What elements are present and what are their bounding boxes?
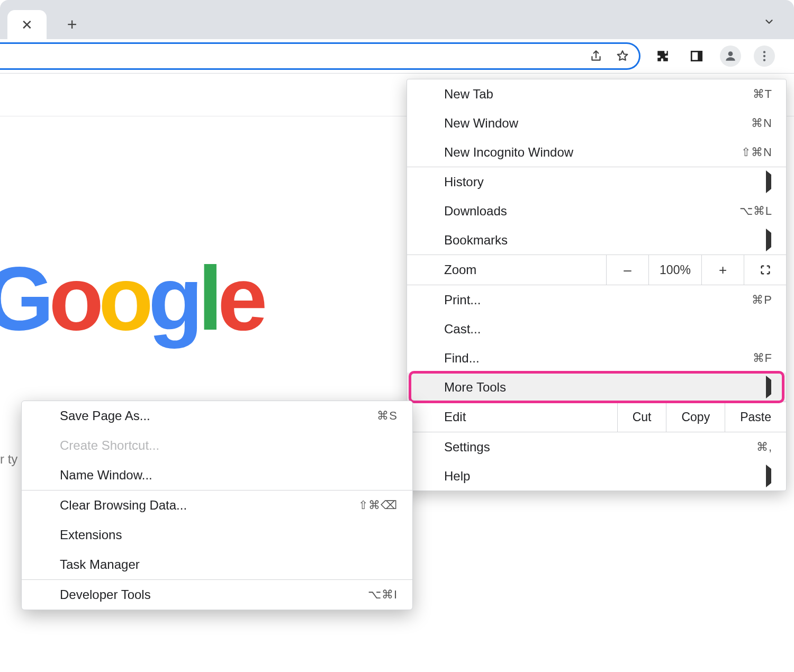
submenu-item-name-window[interactable]: Name Window...: [22, 460, 412, 490]
menu-label: New Incognito Window: [444, 145, 741, 160]
tab-strip: ✕ +: [0, 0, 794, 39]
more-vert-icon: [757, 49, 771, 63]
menu-label: Help: [444, 469, 772, 484]
menu-label: Extensions: [60, 528, 398, 542]
more-tools-submenu: Save Page As... ⌘S Create Shortcut... Na…: [21, 401, 413, 610]
menu-shortcut: ⌥⌘L: [739, 204, 772, 218]
edit-cut-button[interactable]: Cut: [617, 402, 666, 432]
menu-label: Save Page As...: [60, 408, 377, 423]
menu-label: Print...: [444, 293, 752, 307]
star-icon: [616, 49, 629, 63]
edit-paste-button[interactable]: Paste: [725, 402, 786, 432]
chevron-right-icon: [766, 175, 771, 189]
edit-copy-button[interactable]: Copy: [666, 402, 725, 432]
fullscreen-button[interactable]: [744, 255, 786, 285]
menu-label: Edit: [407, 402, 617, 432]
chevron-down-icon: [763, 16, 775, 28]
chevron-right-icon: [766, 233, 771, 248]
menu-shortcut: ⌘N: [751, 116, 772, 130]
menu-label: Name Window...: [60, 468, 398, 483]
logo-letter: o: [49, 253, 98, 343]
submenu-item-create-shortcut: Create Shortcut...: [22, 431, 412, 460]
menu-item-find[interactable]: Find... ⌘F: [407, 343, 786, 373]
tab-list-dropdown[interactable]: [763, 16, 775, 28]
google-logo: G o o g l e: [0, 253, 263, 343]
menu-item-new-window[interactable]: New Window ⌘N: [407, 108, 786, 138]
menu-label: Settings: [444, 440, 756, 455]
menu-item-print[interactable]: Print... ⌘P: [407, 285, 786, 314]
toolbar: [0, 39, 794, 74]
zoom-in-button[interactable]: +: [701, 255, 744, 285]
menu-item-edit: Edit Cut Copy Paste: [407, 402, 786, 432]
menu-item-new-incognito[interactable]: New Incognito Window ⇧⌘N: [407, 138, 786, 167]
zoom-value: 100%: [648, 255, 701, 285]
menu-item-settings[interactable]: Settings ⌘,: [407, 432, 786, 461]
menu-shortcut: ⌘P: [752, 293, 772, 307]
logo-letter: g: [148, 253, 198, 343]
menu-label: More Tools: [444, 380, 772, 395]
menu-shortcut: ⌘,: [756, 440, 772, 454]
menu-shortcut: ⇧⌘N: [741, 146, 772, 159]
menu-item-bookmarks[interactable]: Bookmarks: [407, 225, 786, 255]
zoom-out-button[interactable]: –: [606, 255, 648, 285]
submenu-item-clear-browsing-data[interactable]: Clear Browsing Data... ⇧⌘⌫: [22, 491, 412, 520]
active-tab[interactable]: ✕: [7, 10, 47, 39]
menu-label: New Window: [444, 116, 751, 131]
logo-letter: l: [198, 253, 218, 343]
logo-letter: e: [218, 253, 263, 343]
submenu-item-task-manager[interactable]: Task Manager: [22, 550, 412, 579]
menu-shortcut: ⌘S: [377, 409, 398, 423]
fullscreen-icon: [760, 264, 771, 276]
submenu-item-developer-tools[interactable]: Developer Tools ⌥⌘I: [22, 580, 412, 610]
profile-button[interactable]: [720, 46, 741, 67]
profile-icon: [724, 49, 737, 63]
toolbar-right-icons: [652, 46, 775, 67]
menu-label: Downloads: [444, 204, 739, 219]
chrome-main-menu: New Tab ⌘T New Window ⌘N New Incognito W…: [407, 79, 787, 491]
logo-letter: o: [98, 253, 148, 343]
submenu-item-extensions[interactable]: Extensions: [22, 520, 412, 550]
menu-item-new-tab[interactable]: New Tab ⌘T: [407, 79, 786, 108]
svg-point-5: [763, 59, 765, 61]
menu-label: Bookmarks: [444, 233, 772, 248]
menu-item-cast[interactable]: Cast...: [407, 314, 786, 343]
new-tab-button[interactable]: +: [60, 13, 84, 36]
close-tab-icon[interactable]: ✕: [21, 18, 33, 32]
svg-point-2: [728, 51, 733, 56]
menu-shortcut: ⌘T: [753, 87, 772, 101]
menu-shortcut: ⌘F: [753, 351, 772, 365]
sidepanel-button[interactable]: [686, 46, 707, 67]
menu-item-downloads[interactable]: Downloads ⌥⌘L: [407, 196, 786, 225]
logo-letter: G: [0, 253, 49, 343]
share-button[interactable]: [589, 49, 603, 63]
menu-item-zoom: Zoom – 100% +: [407, 255, 786, 285]
menu-item-help[interactable]: Help: [407, 461, 786, 491]
sidepanel-icon: [690, 49, 703, 63]
menu-item-history[interactable]: History: [407, 167, 786, 196]
extensions-button[interactable]: [652, 46, 673, 67]
svg-point-4: [763, 55, 765, 57]
menu-shortcut: ⌥⌘I: [368, 588, 398, 602]
address-bar[interactable]: [0, 42, 640, 70]
menu-item-more-tools[interactable]: More Tools: [407, 373, 786, 402]
chrome-menu-button[interactable]: [754, 46, 775, 67]
menu-label: Task Manager: [60, 557, 398, 572]
chevron-right-icon: [766, 469, 771, 484]
menu-label: Developer Tools: [60, 587, 368, 602]
menu-label: History: [444, 175, 772, 189]
chevron-right-icon: [766, 380, 771, 395]
menu-label: Zoom: [407, 255, 606, 285]
svg-point-3: [763, 51, 765, 53]
menu-label: New Tab: [444, 87, 753, 102]
search-partial-text: r ty: [0, 452, 17, 467]
bookmark-star-button[interactable]: [616, 49, 629, 63]
menu-label: Clear Browsing Data...: [60, 498, 358, 513]
page-content: G o o g l e r ty New Tab ⌘T New Window ⌘…: [0, 74, 794, 672]
share-icon: [589, 49, 603, 63]
plus-icon: +: [67, 15, 77, 34]
submenu-item-save-page[interactable]: Save Page As... ⌘S: [22, 401, 412, 431]
menu-label: Cast...: [444, 322, 772, 337]
svg-rect-1: [698, 51, 702, 60]
menu-label: Find...: [444, 351, 753, 366]
puzzle-icon: [656, 49, 670, 63]
